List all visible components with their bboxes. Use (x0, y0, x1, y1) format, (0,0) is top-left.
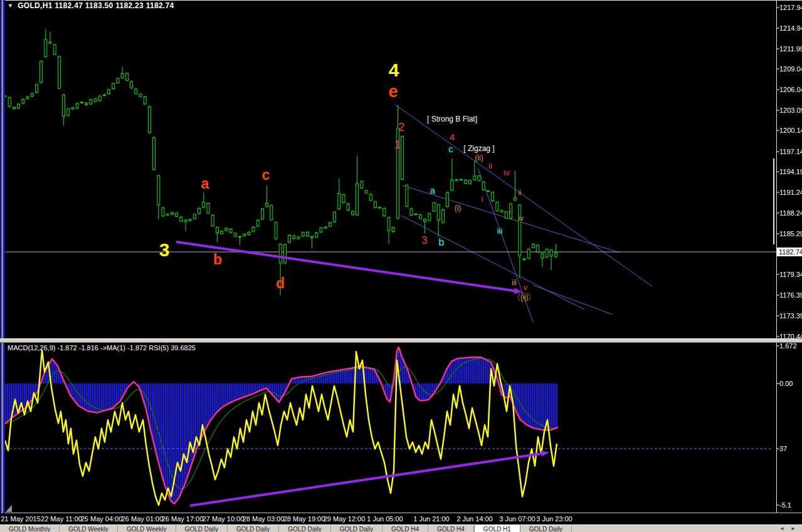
price-tick: 1185.29 (779, 230, 802, 237)
wave-label[interactable]: iii (497, 227, 503, 235)
time-tick: 1 Jun 21:00 (413, 515, 450, 523)
price-tick: 1176.39 (779, 291, 802, 299)
price-tick: 1206.04 (779, 86, 802, 93)
price-tick: 1217.94 (779, 4, 802, 11)
wave-label[interactable]: iv (519, 215, 524, 222)
wave-label[interactable]: (ii) (518, 293, 530, 302)
chart-graphics[interactable] (0, 0, 802, 532)
price-tick: 1194.19 (779, 168, 802, 175)
price-tick: 1191.24 (779, 189, 802, 196)
chart-tab-bar: GOLD MonthlyGOLD WeeklyGOLD WeeklyGOLD D… (0, 524, 802, 532)
indicator-tick: 0.00 (779, 380, 793, 387)
wave-label[interactable]: (ii) (475, 154, 483, 162)
wave-label[interactable]: 1 (394, 139, 401, 150)
price-tick: 1200.14 (779, 127, 802, 134)
wave-label[interactable]: e (388, 83, 398, 100)
wave-label[interactable]: i (509, 209, 510, 216)
indicator-header: MACD(12,26,9) -1.872 -1.816 ->MA(1) -1.8… (8, 344, 196, 352)
time-tick: 1 Jun 05:00 (367, 515, 403, 523)
chart-tab-gold-daily[interactable]: GOLD Daily (520, 525, 572, 532)
window-top-border (0, 0, 802, 1)
chart-tab-gold-h4[interactable]: GOLD H4 (383, 525, 428, 532)
wave-label[interactable]: 4 (450, 132, 455, 142)
wave-label[interactable]: 2 (398, 122, 404, 133)
panel-divider[interactable] (0, 338, 802, 343)
window-left-edge (0, 0, 5, 532)
chart-tab-gold-daily[interactable]: GOLD Daily (331, 525, 383, 532)
tab-scroll-arrows[interactable]: ◄ ► (779, 526, 798, 531)
chart-title-text: GOLD,H1 1182.47 1183.50 1182.23 1182.74 (18, 1, 174, 10)
time-tick: 22 May 11:00 (41, 515, 82, 523)
chart-tab-gold-weekly[interactable]: GOLD Weekly (60, 525, 118, 532)
time-tick: 21 May 2015 (1, 515, 41, 523)
chart-tab-gold-h1[interactable]: GOLD H1 (474, 525, 520, 532)
price-tick: 1203.09 (779, 107, 802, 114)
current-price-badge: 1182.74 (777, 248, 802, 256)
chart-tab-gold-weekly[interactable]: GOLD Weekly (118, 525, 176, 532)
wave-label[interactable]: iii (512, 279, 517, 286)
wave-label[interactable]: 4 (389, 61, 399, 80)
wave-label[interactable]: c (262, 168, 270, 182)
chart-title-bar: ▼ GOLD,H1 1182.47 1183.50 1182.23 1182.7… (8, 1, 174, 10)
chart-tab-gold-daily[interactable]: GOLD Daily (279, 525, 330, 532)
price-tick: 1211.99 (779, 45, 802, 53)
mt4-chart-window: ▼ GOLD,H1 1182.47 1183.50 1182.23 1182.7… (0, 0, 802, 532)
time-tick: 28 May 03:00 (243, 515, 285, 523)
wave-label[interactable]: v (524, 284, 527, 291)
wave-label[interactable]: (i) (455, 204, 462, 212)
time-tick: 28 May 19:00 (283, 515, 325, 523)
wave-label[interactable]: iv (504, 169, 509, 177)
indicator-tick: -5.1 (779, 501, 791, 509)
wave-label[interactable]: d (276, 276, 285, 291)
wave-label[interactable]: [ Zigzag ] (463, 145, 494, 152)
time-tick: 2 Jun 14:00 (456, 515, 493, 523)
wave-label[interactable]: ii (519, 189, 522, 196)
wave-label[interactable]: b (213, 253, 222, 267)
chart-tab-gold-h4[interactable]: GOLD H4 (428, 525, 474, 532)
price-tick: 1197.14 (779, 148, 802, 155)
time-tick: 3 Jun 07:00 (499, 515, 536, 523)
time-tick: 26 May 17:00 (162, 515, 204, 523)
wave-label[interactable]: b (439, 237, 445, 248)
time-tick: 25 May 04:00 (81, 515, 123, 523)
wave-label[interactable]: a (430, 185, 435, 195)
price-axis[interactable]: 1217.941214.941211.991209.041206.041203.… (777, 0, 802, 513)
time-axis[interactable]: 21 May 201522 May 11:0025 May 04:0026 Ma… (0, 513, 802, 524)
time-tick: 26 May 01:00 (122, 515, 164, 523)
wave-label[interactable]: [ Strong B Flat] (427, 115, 477, 123)
price-tick: 1179.34 (779, 271, 802, 278)
time-tick: 3 Jun 23:00 (536, 515, 572, 523)
price-tick: 1209.04 (779, 65, 802, 73)
indicator-tick: 1.672 (779, 342, 797, 350)
wave-label[interactable]: 3 (422, 236, 428, 246)
wave-label[interactable]: a (201, 177, 209, 191)
chart-tab-gold-monthly[interactable]: GOLD Monthly (0, 525, 60, 532)
wave-label[interactable]: i (482, 195, 483, 203)
wave-label[interactable]: c (448, 144, 453, 154)
price-tick: 1173.39 (779, 312, 802, 320)
chart-dropdown-marker[interactable]: ▼ (8, 3, 13, 9)
price-tick: 1188.24 (779, 209, 802, 217)
price-tick: 1214.94 (779, 24, 802, 32)
chart-tab-gold-daily[interactable]: GOLD Daily (176, 525, 228, 532)
time-tick: 27 May 10:00 (203, 515, 245, 523)
time-tick: 29 May 12:00 (324, 515, 366, 523)
wave-label[interactable]: ii (488, 162, 492, 170)
chart-tab-gold-daily[interactable]: GOLD Daily (228, 525, 279, 532)
wave-label[interactable]: 3 (159, 241, 170, 259)
indicator-tick: 37 (779, 445, 787, 452)
